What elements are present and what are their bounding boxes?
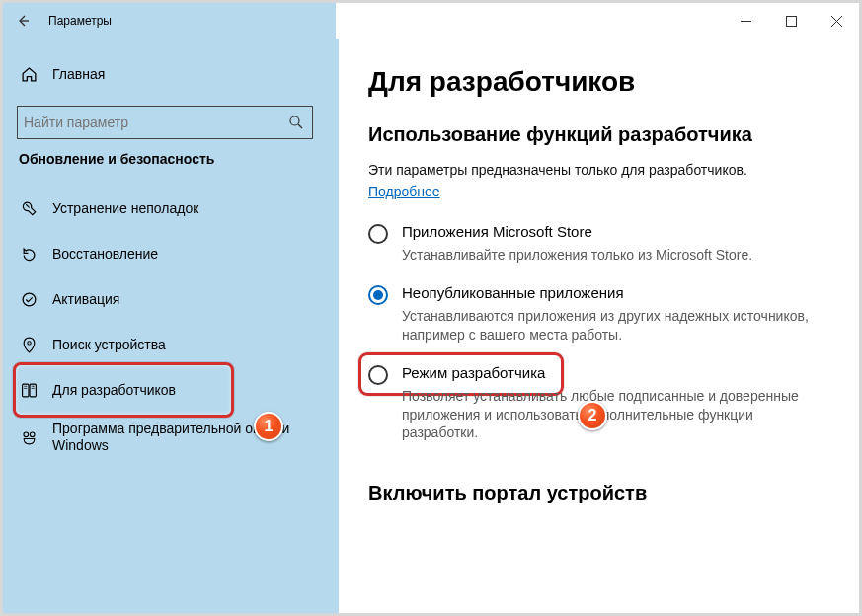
svg-point-16 — [30, 431, 35, 436]
sidebar-item-home[interactable]: Главная — [3, 54, 339, 94]
close-icon — [831, 16, 842, 27]
radio-option-store-apps[interactable]: Приложения Microsoft Store Устанавливайт… — [368, 223, 829, 265]
arrow-left-icon — [15, 13, 31, 29]
svg-point-5 — [290, 116, 299, 125]
sidebar-item-label: Поиск устройства — [52, 337, 166, 352]
minimize-icon — [741, 16, 751, 27]
option-title: Режим разработчика — [402, 364, 829, 381]
activation-icon — [19, 289, 39, 309]
maximize-icon — [786, 16, 797, 27]
section-description: Эти параметры предназначены только для р… — [368, 162, 829, 178]
find-device-icon — [19, 335, 39, 354]
section-title-2: Включить портал устройств — [368, 482, 829, 504]
sidebar-item-developers[interactable]: Для разработчиков — [3, 368, 339, 412]
sidebar-item-label: Главная — [52, 66, 105, 82]
svg-line-6 — [298, 124, 302, 128]
option-description: Позволяет устанавливать любые подписанны… — [402, 387, 829, 443]
content-panel: Для разработчиков Использование функций … — [339, 38, 859, 613]
sidebar-item-label: Устранение неполадок — [52, 200, 198, 216]
sidebar-item-label: Активация — [52, 291, 119, 307]
option-description: Устанавливаются приложения из других над… — [402, 307, 829, 345]
search-input[interactable] — [24, 115, 288, 130]
svg-point-7 — [23, 293, 36, 306]
search-box[interactable] — [17, 106, 313, 139]
svg-rect-2 — [786, 16, 796, 26]
minimize-button[interactable] — [723, 3, 768, 38]
back-button[interactable] — [3, 3, 42, 38]
radio-option-sideload[interactable]: Неопубликованные приложения Устанавливаю… — [368, 284, 829, 345]
svg-point-8 — [27, 341, 30, 344]
learn-more-link[interactable]: Подробнее — [368, 184, 440, 199]
option-title: Приложения Microsoft Store — [402, 223, 752, 240]
search-icon — [288, 115, 304, 130]
callout-badge-1: 1 — [254, 412, 283, 441]
page-title: Для разработчиков — [368, 66, 829, 98]
sidebar-item-label: Для разработчиков — [52, 382, 176, 398]
radio-icon — [368, 365, 388, 385]
callout-badge-2: 2 — [578, 401, 607, 430]
option-title: Неопубликованные приложения — [402, 284, 829, 301]
insider-icon — [19, 427, 39, 447]
sidebar-item-label: Восстановление — [52, 246, 158, 262]
close-button[interactable] — [814, 3, 859, 38]
maximize-button[interactable] — [768, 3, 814, 38]
option-description: Устанавливайте приложения только из Micr… — [402, 246, 752, 265]
sidebar-category: Обновление и безопасность — [3, 151, 339, 167]
recovery-icon — [19, 244, 39, 264]
sidebar-item-find-device[interactable]: Поиск устройства — [3, 323, 339, 366]
sidebar-item-activation[interactable]: Активация — [3, 277, 339, 321]
window-title: Параметры — [48, 14, 112, 28]
svg-point-15 — [23, 431, 28, 436]
sidebar-item-recovery[interactable]: Восстановление — [3, 232, 339, 275]
radio-icon — [368, 224, 388, 244]
sidebar-item-troubleshoot[interactable]: Устранение неполадок — [3, 187, 339, 230]
section-title: Использование функций разработчика — [368, 123, 829, 146]
home-icon — [19, 64, 39, 84]
sidebar-item-insider[interactable]: Программа предварительной оценки Windows — [3, 414, 339, 461]
sidebar: Главная Обновление и безопасность Устран… — [3, 3, 339, 613]
radio-icon — [368, 285, 388, 305]
wrench-icon — [19, 198, 39, 218]
developers-icon — [19, 380, 39, 400]
